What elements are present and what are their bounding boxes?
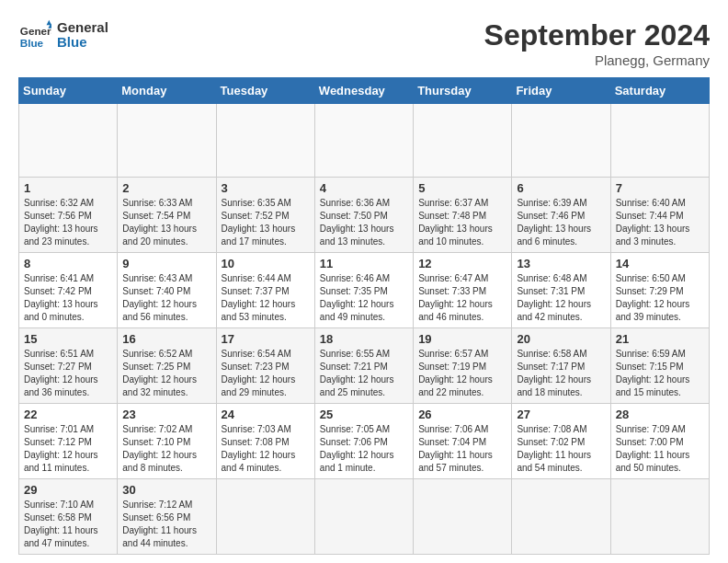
day-info: Sunrise: 6:58 AM Sunset: 7:17 PM Dayligh… [517,348,605,399]
day-info: Sunrise: 7:08 AM Sunset: 7:02 PM Dayligh… [517,423,605,475]
calendar-week-row: 8Sunrise: 6:41 AM Sunset: 7:42 PM Daylig… [19,253,710,328]
day-number: 10 [222,257,310,270]
logo-general: General [57,20,108,36]
day-info: Sunrise: 6:35 AM Sunset: 7:52 PM Dayligh… [222,197,310,248]
day-number: 7 [616,181,704,195]
day-info: Sunrise: 7:12 AM Sunset: 6:56 PM Dayligh… [122,499,210,550]
logo-blue: Blue [57,35,108,51]
day-info: Sunrise: 7:06 AM Sunset: 7:04 PM Dayligh… [418,423,506,475]
day-info: Sunrise: 6:47 AM Sunset: 7:33 PM Dayligh… [418,272,506,324]
calendar-cell [314,479,413,555]
day-info: Sunrise: 6:41 AM Sunset: 7:42 PM Dayligh… [24,272,112,324]
calendar-cell: 29Sunrise: 7:10 AM Sunset: 6:58 PM Dayli… [19,479,118,555]
day-number: 21 [616,332,704,346]
day-number: 18 [320,332,408,346]
day-number: 11 [320,257,408,270]
calendar-week-row: 29Sunrise: 7:10 AM Sunset: 6:58 PM Dayli… [19,479,710,555]
calendar-cell [414,479,512,555]
calendar-cell: 24Sunrise: 7:03 AM Sunset: 7:08 PM Dayli… [216,404,314,479]
svg-text:Blue: Blue [20,37,44,49]
calendar-cell [19,104,118,178]
calendar-week-row: 22Sunrise: 7:01 AM Sunset: 7:12 PM Dayli… [19,404,710,479]
calendar-cell [512,104,610,178]
day-number: 22 [24,408,112,421]
calendar-cell: 1Sunrise: 6:32 AM Sunset: 7:56 PM Daylig… [19,178,118,253]
calendar-week-row: 1Sunrise: 6:32 AM Sunset: 7:56 PM Daylig… [19,178,710,253]
day-info: Sunrise: 7:10 AM Sunset: 6:58 PM Dayligh… [24,499,112,550]
day-info: Sunrise: 6:48 AM Sunset: 7:31 PM Dayligh… [517,272,605,324]
day-info: Sunrise: 6:33 AM Sunset: 7:54 PM Dayligh… [122,197,210,248]
day-info: Sunrise: 6:40 AM Sunset: 7:44 PM Dayligh… [616,197,704,248]
calendar-cell [216,479,314,555]
calendar-cell: 7Sunrise: 6:40 AM Sunset: 7:44 PM Daylig… [610,178,709,253]
calendar-header-row: SundayMondayTuesdayWednesdayThursdayFrid… [19,78,710,104]
calendar-cell: 17Sunrise: 6:54 AM Sunset: 7:23 PM Dayli… [216,328,314,404]
calendar-week-row [19,104,710,178]
day-info: Sunrise: 6:37 AM Sunset: 7:48 PM Dayligh… [418,197,506,248]
calendar-cell [610,479,709,555]
day-info: Sunrise: 6:54 AM Sunset: 7:23 PM Dayligh… [222,348,310,399]
day-info: Sunrise: 7:03 AM Sunset: 7:08 PM Dayligh… [222,423,310,475]
day-info: Sunrise: 6:50 AM Sunset: 7:29 PM Dayligh… [616,272,704,324]
calendar-cell: 14Sunrise: 6:50 AM Sunset: 7:29 PM Dayli… [610,253,709,328]
day-number: 28 [616,408,704,421]
day-info: Sunrise: 6:51 AM Sunset: 7:27 PM Dayligh… [24,348,112,399]
day-info: Sunrise: 6:46 AM Sunset: 7:35 PM Dayligh… [320,272,408,324]
calendar-cell: 6Sunrise: 6:39 AM Sunset: 7:46 PM Daylig… [512,178,610,253]
calendar-cell: 26Sunrise: 7:06 AM Sunset: 7:04 PM Dayli… [414,404,512,479]
day-header-wednesday: Wednesday [314,78,413,104]
calendar-cell: 19Sunrise: 6:57 AM Sunset: 7:19 PM Dayli… [414,328,512,404]
calendar-cell: 8Sunrise: 6:41 AM Sunset: 7:42 PM Daylig… [19,253,118,328]
day-info: Sunrise: 6:36 AM Sunset: 7:50 PM Dayligh… [320,197,408,248]
calendar-cell: 4Sunrise: 6:36 AM Sunset: 7:50 PM Daylig… [314,178,413,253]
calendar-cell: 18Sunrise: 6:55 AM Sunset: 7:21 PM Dayli… [314,328,413,404]
day-number: 29 [24,483,112,497]
day-number: 30 [122,483,210,497]
day-info: Sunrise: 7:02 AM Sunset: 7:10 PM Dayligh… [122,423,210,475]
day-number: 23 [122,408,210,421]
calendar-cell: 30Sunrise: 7:12 AM Sunset: 6:56 PM Dayli… [118,479,216,555]
title-block: September 2024 Planegg, Germany [484,18,710,68]
calendar-cell: 11Sunrise: 6:46 AM Sunset: 7:35 PM Dayli… [314,253,413,328]
day-info: Sunrise: 6:44 AM Sunset: 7:37 PM Dayligh… [222,272,310,324]
day-number: 1 [24,181,112,195]
calendar-cell: 13Sunrise: 6:48 AM Sunset: 7:31 PM Dayli… [512,253,610,328]
calendar-cell: 3Sunrise: 6:35 AM Sunset: 7:52 PM Daylig… [216,178,314,253]
day-info: Sunrise: 6:43 AM Sunset: 7:40 PM Dayligh… [122,272,210,324]
calendar-cell: 15Sunrise: 6:51 AM Sunset: 7:27 PM Dayli… [19,328,118,404]
logo: General Blue General Blue [18,18,108,52]
calendar-cell: 28Sunrise: 7:09 AM Sunset: 7:00 PM Dayli… [610,404,709,479]
day-number: 12 [418,257,506,270]
calendar-cell: 27Sunrise: 7:08 AM Sunset: 7:02 PM Dayli… [512,404,610,479]
calendar-cell: 23Sunrise: 7:02 AM Sunset: 7:10 PM Dayli… [118,404,216,479]
day-info: Sunrise: 6:32 AM Sunset: 7:56 PM Dayligh… [24,197,112,248]
page-header: General Blue General Blue September 2024… [18,18,710,68]
day-number: 2 [122,181,210,195]
calendar-cell [414,104,512,178]
calendar-cell: 12Sunrise: 6:47 AM Sunset: 7:33 PM Dayli… [414,253,512,328]
calendar-cell: 9Sunrise: 6:43 AM Sunset: 7:40 PM Daylig… [118,253,216,328]
day-number: 15 [24,332,112,346]
day-number: 14 [616,257,704,270]
calendar-cell: 22Sunrise: 7:01 AM Sunset: 7:12 PM Dayli… [19,404,118,479]
day-info: Sunrise: 6:55 AM Sunset: 7:21 PM Dayligh… [320,348,408,399]
day-number: 27 [517,408,605,421]
day-number: 3 [222,181,310,195]
calendar-cell: 25Sunrise: 7:05 AM Sunset: 7:06 PM Dayli… [314,404,413,479]
day-number: 19 [418,332,506,346]
day-number: 9 [122,257,210,270]
day-header-tuesday: Tuesday [216,78,314,104]
calendar-cell [118,104,216,178]
calendar-week-row: 15Sunrise: 6:51 AM Sunset: 7:27 PM Dayli… [19,328,710,404]
calendar-cell: 10Sunrise: 6:44 AM Sunset: 7:37 PM Dayli… [216,253,314,328]
day-header-friday: Friday [512,78,610,104]
calendar-cell [216,104,314,178]
month-title: September 2024 [484,18,710,52]
day-number: 5 [418,181,506,195]
day-number: 25 [320,408,408,421]
day-number: 24 [222,408,310,421]
calendar-cell: 20Sunrise: 6:58 AM Sunset: 7:17 PM Dayli… [512,328,610,404]
day-info: Sunrise: 6:52 AM Sunset: 7:25 PM Dayligh… [122,348,210,399]
calendar-cell [512,479,610,555]
day-number: 6 [517,181,605,195]
